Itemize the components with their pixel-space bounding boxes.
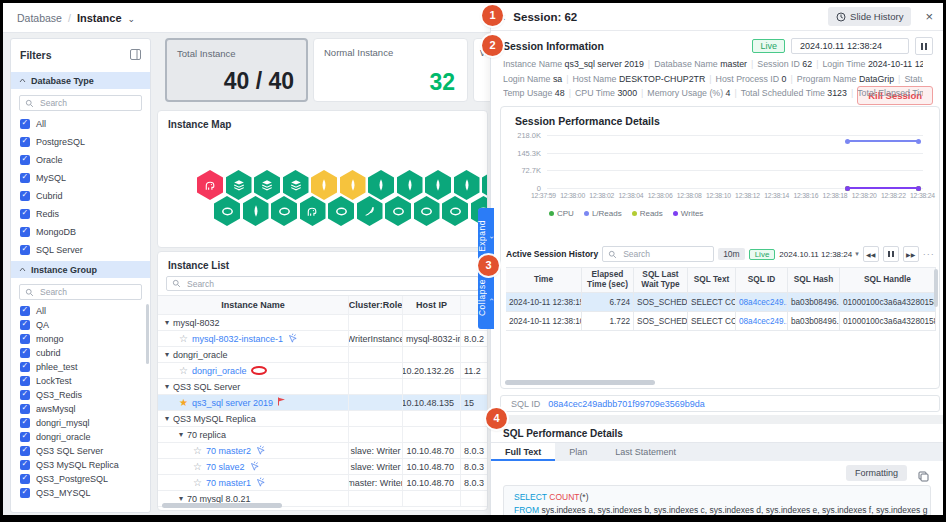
table-row[interactable]: ▾QS3 MySQL Replica <box>158 411 487 427</box>
timestamp-box[interactable]: 2024.10.11 12:38:24 <box>791 38 909 54</box>
breadcrumb-item-database[interactable]: Database <box>17 12 62 24</box>
table-row[interactable]: ▾mysql-8032 <box>158 315 487 331</box>
filter-section-header-1[interactable]: Instance Group <box>11 261 150 278</box>
ash-row[interactable]: 2024-10-11 12:38:156.724SOS_SCHED...SELE… <box>506 293 936 312</box>
filter-search-input[interactable] <box>38 286 136 298</box>
pause-playback-button[interactable] <box>883 246 899 262</box>
checkbox-icon[interactable] <box>20 432 30 442</box>
hex-leaf-icon[interactable] <box>454 170 480 200</box>
table-row[interactable]: ☆dongri_oracle10.20.132.2611.2 <box>158 363 487 379</box>
sql-id-link[interactable]: 08a4cec249adbb701f99709e3569b9da <box>548 399 705 409</box>
filter-checkbox-item[interactable]: All <box>11 115 150 133</box>
hex-stack-icon[interactable] <box>254 170 280 200</box>
filter-checkbox-item[interactable]: PostgreSQL <box>11 133 150 151</box>
filter-checkbox-item[interactable]: QS3_PostgreSQL <box>11 472 150 486</box>
checkbox-icon[interactable] <box>20 245 30 255</box>
hex-leaf-icon[interactable] <box>482 170 488 200</box>
star-icon[interactable]: ☆ <box>193 477 202 488</box>
chevron-down-icon[interactable]: ▾ <box>165 382 169 391</box>
checkbox-icon[interactable] <box>20 474 30 484</box>
star-icon[interactable]: ☆ <box>179 365 188 376</box>
filter-checkbox-item[interactable]: dongri_mysql <box>11 416 150 430</box>
filter-checkbox-item[interactable]: QA <box>11 318 150 332</box>
checkbox-icon[interactable] <box>20 446 30 456</box>
filter-checkbox-item[interactable]: dongri_oracle <box>11 430 150 444</box>
checkbox-icon[interactable] <box>20 390 30 400</box>
checkbox-icon[interactable] <box>20 404 30 414</box>
filter-checkbox-item[interactable]: MySQL <box>11 169 150 187</box>
checkbox-icon[interactable] <box>20 137 30 147</box>
checkbox-icon[interactable] <box>20 209 30 219</box>
checkbox-icon[interactable] <box>20 348 30 358</box>
ash-h-scrollbar[interactable] <box>505 380 705 385</box>
filter-checkbox-item[interactable]: QS3_MYSQL <box>11 486 150 500</box>
filter-section-header-0[interactable]: Database Type <box>11 72 150 89</box>
checkbox-icon[interactable] <box>20 155 30 165</box>
ash-row[interactable]: 2024-10-11 12:38:101.722SOS_SCHED...SELE… <box>506 312 936 331</box>
filter-search-input[interactable] <box>38 97 136 109</box>
pause-button[interactable] <box>915 37 933 55</box>
chevron-down-icon[interactable]: ▾ <box>179 494 183 503</box>
hex-leaf-icon[interactable] <box>425 170 451 200</box>
collapse-tab[interactable]: Collapse› <box>478 267 494 329</box>
instance-link[interactable]: qs3_sql server 2019 <box>192 398 273 408</box>
chevron-down-icon[interactable]: ⌄ <box>128 14 136 24</box>
filter-checkbox-item[interactable]: cubrid <box>11 346 150 360</box>
ash-timestamp[interactable]: 2024.10.11 12:38:24▾ <box>779 250 858 259</box>
star-icon[interactable]: ☆ <box>193 461 202 472</box>
sidebar-scrollbar[interactable] <box>146 304 149 364</box>
checkbox-icon[interactable] <box>20 334 30 344</box>
hex-leaf-icon[interactable] <box>397 170 423 200</box>
hex-stack-icon[interactable] <box>283 170 309 200</box>
legend-item[interactable]: Writes <box>673 209 704 218</box>
checkbox-icon[interactable] <box>20 376 30 386</box>
chevron-down-icon[interactable]: ▾ <box>165 318 169 327</box>
filter-checkbox-item[interactable]: QS3 MySQL Replica <box>11 458 150 472</box>
summary-card-1[interactable]: Normal Instance32 <box>313 38 468 102</box>
hex-leaf-icon[interactable] <box>340 170 366 200</box>
instance-link[interactable]: 70 master1 <box>206 478 251 488</box>
hex-ring-icon[interactable] <box>214 196 240 226</box>
star-icon[interactable]: ★ <box>179 397 188 408</box>
forward-button[interactable]: ▶▶ <box>903 246 919 262</box>
hex-ring-icon[interactable] <box>271 196 297 226</box>
checkbox-icon[interactable] <box>20 173 30 183</box>
checkbox-icon[interactable] <box>20 460 30 470</box>
table-row[interactable]: ☆70 master1master: Writer10.10.48.708.0.… <box>158 475 487 491</box>
collapse-panel-icon[interactable] <box>130 46 141 64</box>
slide-history-button[interactable]: Slide History <box>828 7 911 26</box>
hex-hook-icon[interactable] <box>357 196 383 226</box>
chevron-down-icon[interactable]: ▾ <box>165 414 169 423</box>
filter-checkbox-item[interactable]: SQL Server <box>11 241 150 259</box>
table-row[interactable]: ▾dongri_oracle <box>158 347 487 363</box>
checkbox-icon[interactable] <box>20 191 30 201</box>
chevron-down-icon[interactable]: ▾ <box>179 430 183 439</box>
hex-elephant-icon[interactable] <box>197 170 223 200</box>
tab-plan[interactable]: Plan <box>555 443 601 461</box>
breadcrumb-item-instance[interactable]: Instance <box>77 12 122 24</box>
filter-search[interactable] <box>19 284 142 300</box>
hex-elephant-icon[interactable] <box>300 196 326 226</box>
filter-checkbox-item[interactable]: mongo <box>11 332 150 346</box>
table-row[interactable]: ☆70 master2slave: Writer10.10.48.708.0.3 <box>158 443 487 459</box>
chevron-down-icon[interactable]: ▾ <box>165 350 169 359</box>
checkbox-icon[interactable] <box>20 119 30 129</box>
close-icon[interactable]: × <box>925 9 933 24</box>
summary-card-0[interactable]: Total Instance40 / 40 <box>165 38 308 102</box>
more-options-icon[interactable]: ··· <box>923 249 935 259</box>
instance-list-search[interactable] <box>166 276 479 291</box>
legend-item[interactable]: Reads <box>632 209 663 218</box>
ash-search-input[interactable] <box>621 248 708 260</box>
hex-ring-icon[interactable] <box>442 196 468 226</box>
filter-checkbox-item[interactable]: All <box>11 304 150 318</box>
filter-checkbox-item[interactable]: Cubrid <box>11 187 150 205</box>
hex-ring-icon[interactable] <box>385 196 411 226</box>
filter-checkbox-item[interactable]: awsMysql <box>11 402 150 416</box>
filter-checkbox-item[interactable]: Redis <box>11 205 150 223</box>
filter-checkbox-item[interactable]: QS3_Redis <box>11 388 150 402</box>
rewind-button[interactable]: ◀◀ <box>863 246 879 262</box>
hex-leaf-icon[interactable] <box>368 170 394 200</box>
ash-v-scrollbar[interactable] <box>934 269 938 307</box>
table-row[interactable]: ▾QS3 SQL Server <box>158 379 487 395</box>
hex-ring-icon[interactable] <box>414 196 440 226</box>
